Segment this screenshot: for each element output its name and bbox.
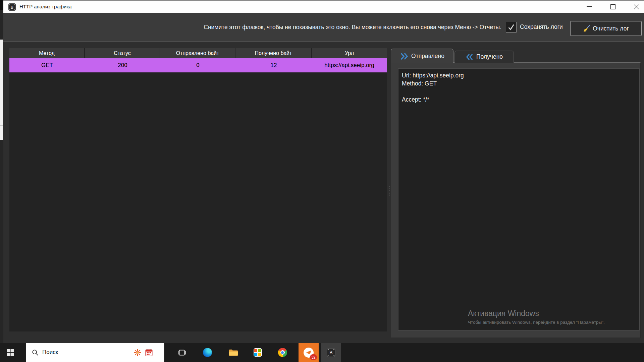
app-icon: B — [326, 348, 336, 357]
taskbar-chrome-button[interactable] — [272, 343, 292, 362]
request-line — [402, 87, 639, 96]
column-header-sent-bytes[interactable]: Отправлено байт — [160, 48, 235, 58]
hide-window-notice: Снимите этот флажок, чтобы не показывать… — [204, 24, 501, 31]
column-header-status[interactable]: Статус — [85, 48, 160, 58]
cell-received-bytes: 12 — [235, 58, 312, 72]
checkmark-icon — [507, 23, 515, 31]
chevrons-left-icon — [466, 54, 474, 60]
panel-splitter-handle[interactable] — [388, 186, 390, 199]
tab-received[interactable]: Получено — [454, 51, 514, 63]
clear-log-button[interactable]: Очистить лог — [570, 21, 642, 36]
svg-text:B: B — [329, 350, 332, 355]
cell-url: https://api.seeip.org — [312, 58, 387, 72]
background-window-divider — [0, 125, 3, 126]
column-header-method[interactable]: Метод — [9, 48, 85, 58]
table-row-selected[interactable]: GET 200 0 12 https://api.seeip.org — [9, 58, 387, 72]
broom-icon — [583, 25, 590, 32]
save-logs-checkbox[interactable] — [506, 22, 517, 33]
start-button[interactable] — [0, 343, 20, 362]
telegram-unread-badge: 32 — [310, 354, 317, 360]
taskbar-telegram-button[interactable]: 32 — [299, 343, 319, 362]
taskbar-edge-button[interactable] — [197, 343, 217, 362]
file-explorer-icon — [228, 349, 238, 356]
column-header-received-bytes[interactable]: Получено байт — [235, 48, 312, 58]
taskbar-app-button[interactable]: B — [321, 343, 341, 362]
detail-panel: Url: https://api.seeip.org Method: GET A… — [391, 62, 641, 338]
request-text-area[interactable]: Url: https://api.seeip.org Method: GET A… — [398, 68, 640, 330]
cell-sent-bytes: 0 — [160, 58, 235, 72]
minimize-icon — [587, 6, 592, 7]
task-view-icon — [177, 348, 186, 357]
chevrons-right-icon — [400, 53, 409, 60]
maximize-button[interactable] — [605, 1, 621, 13]
task-view-button[interactable] — [172, 343, 192, 362]
calendar-icon[interactable] — [145, 348, 153, 357]
request-line: Accept: */* — [402, 96, 639, 104]
requests-table: Метод Статус Отправлено байт Получено ба… — [9, 48, 387, 331]
windows-logo-icon — [7, 349, 14, 356]
edge-icon — [203, 348, 212, 357]
app-window: B HTTP анализ трафика Снимите этот флажо… — [3, 0, 644, 343]
cell-status: 200 — [85, 58, 160, 72]
table-header-row: Метод Статус Отправлено байт Получено ба… — [9, 48, 387, 58]
background-window-corner — [0, 0, 3, 10]
app-icon: B — [8, 3, 16, 11]
maximize-icon — [610, 4, 615, 9]
cell-method: GET — [9, 58, 85, 72]
close-button[interactable] — [629, 1, 644, 13]
save-logs-label: Сохранять логи — [520, 23, 563, 31]
search-placeholder: Поиск — [42, 349, 58, 356]
tab-received-label: Получено — [476, 53, 503, 60]
windows-activation-watermark: Активация Windows — [468, 309, 539, 318]
taskbar-store-button[interactable] — [248, 343, 268, 362]
toolbar: Снимите этот флажок, чтобы не показывать… — [3, 13, 644, 42]
titlebar: B HTTP анализ трафика — [3, 0, 644, 13]
background-window-white-sliver — [0, 40, 3, 140]
taskbar: Поиск — [0, 343, 644, 362]
microsoft-store-icon — [254, 348, 262, 357]
taskbar-explorer-button[interactable] — [223, 343, 244, 362]
tab-sent-label: Отправлено — [411, 53, 444, 60]
minimize-button[interactable] — [581, 1, 597, 13]
request-line: Url: https://api.seeip.org — [402, 71, 639, 79]
chrome-icon — [278, 348, 287, 357]
taskbar-search-box[interactable]: Поиск — [26, 343, 164, 362]
fireworks-icon[interactable] — [133, 348, 142, 357]
windows-activation-watermark-subtitle: Чтобы активировать Windows, перейдите в … — [468, 320, 605, 325]
request-line: Method: GET — [402, 79, 639, 87]
search-icon — [32, 349, 39, 356]
window-title: HTTP анализ трафика — [19, 4, 72, 9]
screen: B HTTP анализ трафика Снимите этот флажо… — [0, 0, 644, 362]
clear-log-label: Очистить лог — [593, 25, 629, 32]
column-header-url[interactable]: Урл — [312, 48, 387, 58]
svg-text:B: B — [11, 5, 13, 10]
tab-sent[interactable]: Отправлено — [391, 49, 453, 63]
